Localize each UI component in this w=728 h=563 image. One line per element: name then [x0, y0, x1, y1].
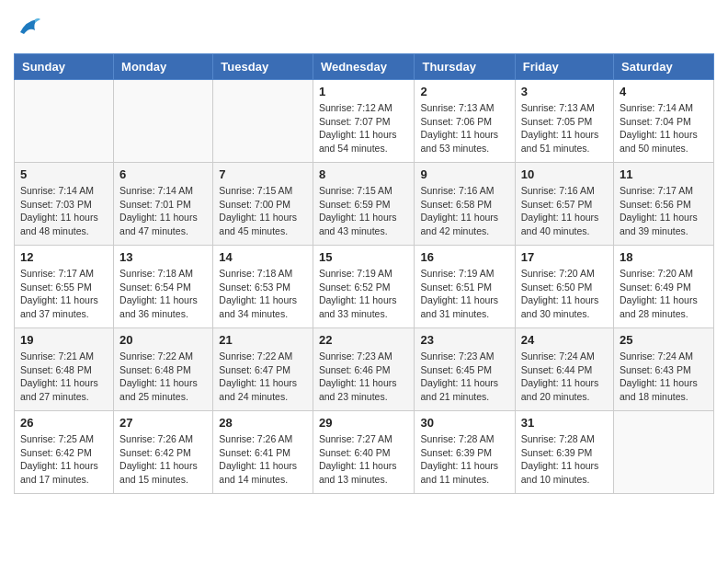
day-number: 27 [119, 416, 207, 430]
day-number: 7 [219, 167, 307, 181]
day-number: 15 [319, 250, 409, 264]
day-info: Sunrise: 7:17 AMSunset: 6:56 PMDaylight:… [620, 184, 708, 238]
day-number: 20 [119, 333, 207, 347]
day-info: Sunrise: 7:20 AMSunset: 6:50 PMDaylight:… [521, 267, 608, 321]
day-number: 24 [521, 333, 608, 347]
calendar-cell: 1Sunrise: 7:12 AMSunset: 7:07 PMDaylight… [313, 80, 415, 163]
column-header-thursday: Thursday [415, 54, 515, 80]
calendar-cell: 10Sunrise: 7:16 AMSunset: 6:57 PMDayligh… [515, 163, 613, 246]
day-info: Sunrise: 7:27 AMSunset: 6:40 PMDaylight:… [319, 432, 409, 487]
calendar-cell: 15Sunrise: 7:19 AMSunset: 6:52 PMDayligh… [313, 246, 415, 328]
logo-bird-icon [17, 14, 42, 44]
day-info: Sunrise: 7:16 AMSunset: 6:58 PMDaylight:… [420, 184, 508, 238]
calendar-table: SundayMondayTuesdayWednesdayThursdayFrid… [14, 53, 714, 494]
calendar-cell: 19Sunrise: 7:21 AMSunset: 6:48 PMDayligh… [15, 328, 114, 411]
calendar-cell: 27Sunrise: 7:26 AMSunset: 6:42 PMDayligh… [114, 411, 213, 494]
column-header-tuesday: Tuesday [213, 54, 313, 80]
calendar-cell [15, 80, 114, 163]
column-header-saturday: Saturday [614, 54, 714, 80]
calendar-cell: 9Sunrise: 7:16 AMSunset: 6:58 PMDaylight… [415, 163, 515, 246]
calendar-cell: 28Sunrise: 7:26 AMSunset: 6:41 PMDayligh… [213, 411, 313, 494]
day-info: Sunrise: 7:13 AMSunset: 7:05 PMDaylight:… [521, 101, 608, 155]
day-info: Sunrise: 7:12 AMSunset: 7:07 PMDaylight:… [319, 101, 409, 155]
calendar-cell [213, 80, 313, 163]
calendar-week-row: 1Sunrise: 7:12 AMSunset: 7:07 PMDaylight… [15, 80, 714, 163]
day-info: Sunrise: 7:14 AMSunset: 7:01 PMDaylight:… [119, 184, 207, 238]
calendar-cell: 21Sunrise: 7:22 AMSunset: 6:47 PMDayligh… [213, 328, 313, 411]
column-header-friday: Friday [515, 54, 613, 80]
day-info: Sunrise: 7:24 AMSunset: 6:44 PMDaylight:… [521, 350, 608, 404]
day-number: 14 [219, 250, 307, 264]
day-info: Sunrise: 7:20 AMSunset: 6:49 PMDaylight:… [620, 267, 708, 321]
day-info: Sunrise: 7:19 AMSunset: 6:52 PMDaylight:… [319, 267, 409, 321]
day-info: Sunrise: 7:19 AMSunset: 6:51 PMDaylight:… [420, 267, 508, 321]
day-number: 21 [219, 333, 307, 347]
calendar-week-row: 26Sunrise: 7:25 AMSunset: 6:42 PMDayligh… [15, 411, 714, 494]
calendar-cell: 17Sunrise: 7:20 AMSunset: 6:50 PMDayligh… [515, 246, 613, 328]
day-info: Sunrise: 7:14 AMSunset: 7:04 PMDaylight:… [620, 101, 708, 155]
calendar-cell: 5Sunrise: 7:14 AMSunset: 7:03 PMDaylight… [15, 163, 114, 246]
day-number: 9 [420, 167, 508, 181]
day-number: 4 [620, 85, 708, 98]
day-info: Sunrise: 7:15 AMSunset: 6:59 PMDaylight:… [319, 184, 409, 238]
day-info: Sunrise: 7:14 AMSunset: 7:03 PMDaylight:… [20, 184, 108, 238]
day-number: 23 [420, 333, 508, 347]
calendar-cell: 4Sunrise: 7:14 AMSunset: 7:04 PMDaylight… [614, 80, 714, 163]
day-info: Sunrise: 7:16 AMSunset: 6:57 PMDaylight:… [521, 184, 608, 238]
day-info: Sunrise: 7:28 AMSunset: 6:39 PMDaylight:… [521, 432, 608, 487]
calendar-cell: 13Sunrise: 7:18 AMSunset: 6:54 PMDayligh… [114, 246, 213, 328]
day-info: Sunrise: 7:26 AMSunset: 6:41 PMDaylight:… [219, 432, 307, 487]
calendar-cell: 7Sunrise: 7:15 AMSunset: 7:00 PMDaylight… [213, 163, 313, 246]
calendar-header-row: SundayMondayTuesdayWednesdayThursdayFrid… [15, 54, 714, 80]
day-number: 29 [319, 416, 409, 430]
column-header-sunday: Sunday [15, 54, 114, 80]
calendar-week-row: 5Sunrise: 7:14 AMSunset: 7:03 PMDaylight… [15, 163, 714, 246]
day-info: Sunrise: 7:22 AMSunset: 6:47 PMDaylight:… [219, 350, 307, 404]
day-info: Sunrise: 7:17 AMSunset: 6:55 PMDaylight:… [20, 267, 108, 321]
day-info: Sunrise: 7:23 AMSunset: 6:46 PMDaylight:… [319, 350, 409, 404]
day-info: Sunrise: 7:24 AMSunset: 6:43 PMDaylight:… [620, 350, 708, 404]
day-number: 6 [119, 167, 207, 181]
calendar-cell: 24Sunrise: 7:24 AMSunset: 6:44 PMDayligh… [515, 328, 613, 411]
calendar-cell: 23Sunrise: 7:23 AMSunset: 6:45 PMDayligh… [415, 328, 515, 411]
calendar-cell: 31Sunrise: 7:28 AMSunset: 6:39 PMDayligh… [515, 411, 613, 494]
calendar-cell [114, 80, 213, 163]
day-number: 11 [620, 167, 708, 181]
day-number: 19 [20, 333, 108, 347]
page-header [14, 14, 714, 44]
day-info: Sunrise: 7:26 AMSunset: 6:42 PMDaylight:… [119, 432, 207, 487]
day-info: Sunrise: 7:25 AMSunset: 6:42 PMDaylight:… [20, 432, 108, 487]
day-number: 5 [20, 167, 108, 181]
calendar-cell: 6Sunrise: 7:14 AMSunset: 7:01 PMDaylight… [114, 163, 213, 246]
day-number: 10 [521, 167, 608, 181]
calendar-cell: 22Sunrise: 7:23 AMSunset: 6:46 PMDayligh… [313, 328, 415, 411]
day-number: 3 [521, 85, 608, 98]
calendar-cell: 26Sunrise: 7:25 AMSunset: 6:42 PMDayligh… [15, 411, 114, 494]
calendar-cell: 25Sunrise: 7:24 AMSunset: 6:43 PMDayligh… [614, 328, 714, 411]
day-number: 30 [420, 416, 508, 430]
day-number: 1 [319, 85, 409, 98]
column-header-monday: Monday [114, 54, 213, 80]
calendar-cell: 30Sunrise: 7:28 AMSunset: 6:39 PMDayligh… [415, 411, 515, 494]
calendar-cell: 29Sunrise: 7:27 AMSunset: 6:40 PMDayligh… [313, 411, 415, 494]
calendar-cell: 14Sunrise: 7:18 AMSunset: 6:53 PMDayligh… [213, 246, 313, 328]
day-info: Sunrise: 7:13 AMSunset: 7:06 PMDaylight:… [420, 101, 508, 155]
calendar-week-row: 12Sunrise: 7:17 AMSunset: 6:55 PMDayligh… [15, 246, 714, 328]
day-info: Sunrise: 7:23 AMSunset: 6:45 PMDaylight:… [420, 350, 508, 404]
day-number: 18 [620, 250, 708, 264]
day-info: Sunrise: 7:28 AMSunset: 6:39 PMDaylight:… [420, 432, 508, 487]
calendar-cell: 8Sunrise: 7:15 AMSunset: 6:59 PMDaylight… [313, 163, 415, 246]
day-info: Sunrise: 7:18 AMSunset: 6:53 PMDaylight:… [219, 267, 307, 321]
calendar-cell: 18Sunrise: 7:20 AMSunset: 6:49 PMDayligh… [614, 246, 714, 328]
calendar-week-row: 19Sunrise: 7:21 AMSunset: 6:48 PMDayligh… [15, 328, 714, 411]
day-number: 2 [420, 85, 508, 98]
day-number: 12 [20, 250, 108, 264]
day-number: 26 [20, 416, 108, 430]
calendar-cell: 12Sunrise: 7:17 AMSunset: 6:55 PMDayligh… [15, 246, 114, 328]
calendar-cell: 11Sunrise: 7:17 AMSunset: 6:56 PMDayligh… [614, 163, 714, 246]
calendar-cell: 3Sunrise: 7:13 AMSunset: 7:05 PMDaylight… [515, 80, 613, 163]
day-info: Sunrise: 7:22 AMSunset: 6:48 PMDaylight:… [119, 350, 207, 404]
calendar-cell: 20Sunrise: 7:22 AMSunset: 6:48 PMDayligh… [114, 328, 213, 411]
logo [14, 14, 42, 44]
calendar-cell [614, 411, 714, 494]
